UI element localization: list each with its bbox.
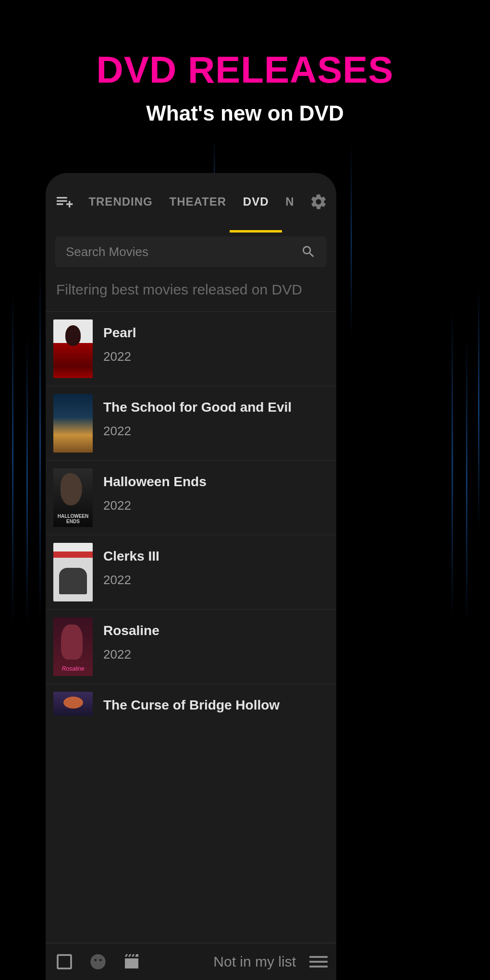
- movie-title: Pearl: [103, 325, 136, 341]
- tabs: TRENDING THEATER DVD N: [80, 177, 303, 227]
- movie-year: 2022: [103, 647, 159, 662]
- search-icon[interactable]: [301, 244, 316, 259]
- movie-title: The Curse of Bridge Hollow: [103, 698, 280, 713]
- list-item[interactable]: Halloween Ends 2022: [46, 460, 336, 535]
- movie-year: 2022: [103, 349, 136, 364]
- movie-year: 2022: [103, 424, 292, 439]
- movie-poster: [53, 394, 93, 453]
- list-item[interactable]: Pearl 2022: [46, 311, 336, 386]
- playlist-add-icon[interactable]: [54, 192, 74, 211]
- checkbox-icon[interactable]: [54, 952, 74, 972]
- face-icon[interactable]: [88, 952, 108, 972]
- gear-icon[interactable]: [309, 193, 328, 211]
- page-title: DVD RELEASES: [0, 48, 490, 92]
- svg-point-0: [90, 954, 106, 969]
- search-input[interactable]: Search Movies: [55, 236, 327, 267]
- filter-text: Filtering best movies released on DVD: [46, 267, 336, 311]
- list-item[interactable]: The Curse of Bridge Hollow: [46, 684, 336, 716]
- list-item[interactable]: The School for Good and Evil 2022: [46, 386, 336, 460]
- svg-point-1: [94, 959, 97, 961]
- menu-icon[interactable]: [309, 956, 328, 968]
- status-label: Not in my list: [213, 954, 296, 970]
- svg-point-2: [99, 959, 102, 961]
- clapper-icon[interactable]: [122, 952, 142, 972]
- movie-title: Halloween Ends: [103, 474, 207, 490]
- tab-dvd[interactable]: DVD: [239, 177, 273, 227]
- list-item[interactable]: Rosaline 2022: [46, 609, 336, 684]
- page-subtitle: What's new on DVD: [0, 101, 490, 125]
- movie-poster: [53, 468, 93, 527]
- tab-n[interactable]: N: [282, 177, 298, 227]
- movie-poster: [53, 692, 93, 716]
- list-item[interactable]: Clerks III 2022: [46, 535, 336, 609]
- movie-poster: [53, 617, 93, 676]
- top-bar: TRENDING THEATER DVD N: [46, 173, 336, 231]
- tab-trending[interactable]: TRENDING: [85, 177, 156, 227]
- movie-year: 2022: [103, 573, 159, 588]
- movie-title: Clerks III: [103, 549, 159, 564]
- tab-theater[interactable]: THEATER: [165, 177, 230, 227]
- movie-title: The School for Good and Evil: [103, 400, 292, 415]
- movie-year: 2022: [103, 498, 207, 513]
- movie-poster: [53, 319, 93, 378]
- movie-poster: [53, 543, 93, 601]
- movie-list: Pearl 2022 The School for Good and Evil …: [46, 311, 336, 716]
- search-placeholder: Search Movies: [66, 245, 301, 259]
- movie-title: Rosaline: [103, 623, 159, 638]
- bottom-bar: Not in my list: [46, 943, 336, 980]
- device-frame: TRENDING THEATER DVD N Search Movies Fil…: [46, 173, 336, 980]
